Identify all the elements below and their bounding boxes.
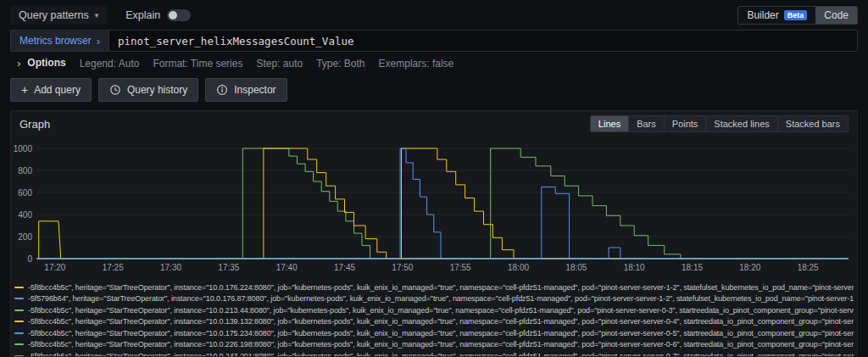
inspector-button[interactable]: Inspector [205, 78, 287, 102]
legend-label: -5f8bcc4b5c", heritage="StarTreeOperator… [28, 340, 854, 349]
timeseries-chart-container: 0200400600800100017:2017:2517:3017:3517:… [11, 133, 857, 281]
legend-label: -5f8bcc4b5c", heritage="StarTreeOperator… [28, 306, 854, 315]
y-axis-label: 0 [27, 254, 32, 264]
actions-row: + Add query Query history Inspector [10, 78, 858, 102]
y-axis-label: 400 [18, 210, 32, 220]
series-line-pinot-server-1-2-a [37, 148, 849, 259]
code-mode-button[interactable]: Code [815, 7, 857, 24]
option-summary-item: Format: Time series [153, 58, 242, 70]
code-label: Code [824, 9, 849, 21]
legend-row[interactable]: -5f8bcc4b5c", heritage="StarTreeOperator… [14, 316, 854, 328]
y-axis-label: 800 [18, 166, 32, 176]
options-summary: Legend: AutoFormat: Time seriesStep: aut… [66, 55, 454, 70]
series-line-pinot-server-server-0-5 [37, 148, 849, 259]
legend-row[interactable]: -5f5796b64", heritage="StarTreeOperator"… [14, 293, 854, 305]
option-summary-item: Exemplars: false [379, 58, 454, 70]
series-color-marker [14, 310, 24, 311]
chevron-right-icon: › [17, 57, 20, 70]
options-label: Options [27, 57, 65, 69]
options-row[interactable]: › Options Legend: AutoFormat: Time serie… [10, 54, 858, 71]
metrics-browser-button[interactable]: Metrics browser › [11, 31, 109, 51]
series-line-pinot-server-server-0-4 [37, 148, 849, 259]
x-axis-label: 17:30 [160, 263, 181, 272]
builder-mode-button[interactable]: Builder Beta [738, 7, 815, 24]
series-color-marker [14, 298, 24, 299]
explain-control: Explain [125, 9, 191, 21]
draw-mode-stacked-lines-button[interactable]: Stacked lines [706, 116, 777, 131]
draw-mode-bars-button[interactable]: Bars [629, 116, 665, 131]
chevron-down-icon: ▾ [95, 11, 99, 20]
x-axis-label: 18:10 [624, 263, 645, 272]
series-line-pinot-server-server-0-3 [37, 148, 849, 259]
x-axis-label: 17:50 [392, 263, 413, 272]
query-patterns-button[interactable]: Query patterns ▾ [10, 6, 107, 25]
legend-label: -5f8bcc4b5c", heritage="StarTreeOperator… [28, 329, 854, 337]
x-axis-label: 17:25 [103, 263, 124, 272]
timeseries-chart[interactable]: 0200400600800100017:2017:2517:3017:3517:… [13, 133, 855, 277]
query-toolbar-left: Query patterns ▾ Explain [10, 6, 191, 25]
option-summary-item: Type: Both [316, 58, 364, 70]
explain-toggle[interactable] [167, 9, 191, 21]
x-axis-label: 17:45 [334, 263, 355, 272]
x-axis-label: 17:35 [218, 263, 239, 272]
draw-mode-group: LinesBarsPointsStacked linesStacked bars [590, 115, 849, 132]
x-axis-label: 18:00 [508, 263, 529, 272]
option-summary-item: Legend: Auto [80, 58, 140, 70]
draw-mode-lines-button[interactable]: Lines [591, 116, 629, 131]
toggle-knob [169, 11, 177, 20]
add-query-button[interactable]: + Add query [10, 78, 92, 102]
legend-row[interactable]: -5f8bcc4b5c", heritage="StarTreeOperator… [14, 304, 854, 316]
plus-icon: + [21, 84, 28, 96]
add-query-label: Add query [34, 84, 81, 96]
legend: -5f8bcc4b5c", heritage="StarTreeOperator… [11, 281, 857, 356]
series-color-marker [14, 343, 24, 345]
y-axis-label: 600 [18, 188, 32, 198]
y-axis-label: 200 [18, 232, 32, 242]
y-axis-label: 1000 [14, 144, 33, 153]
legend-label: -5f8bcc4b5c", heritage="StarTreeOperator… [28, 352, 854, 356]
x-axis-label: 18:15 [682, 263, 703, 272]
legend-row[interactable]: -5f8bcc4b5c", heritage="StarTreeOperator… [14, 282, 854, 293]
graph-panel-header: Graph LinesBarsPointsStacked linesStacke… [11, 111, 857, 133]
grafana-explore-page: Query patterns ▾ Explain Builder Beta Co… [0, 0, 868, 357]
legend-label: -5f8bcc4b5c", heritage="StarTreeOperator… [28, 283, 854, 292]
history-icon [109, 84, 121, 96]
series-color-marker [14, 321, 24, 322]
metrics-browser-label: Metrics browser [19, 35, 92, 47]
x-axis-label: 17:20 [44, 263, 65, 272]
series-line-pinot-server-server-0-7 [37, 187, 849, 259]
panel-title: Graph [19, 118, 50, 131]
draw-mode-points-button[interactable]: Points [665, 116, 707, 131]
graph-panel: Graph LinesBarsPointsStacked linesStacke… [10, 110, 858, 357]
option-summary-item: Step: auto [256, 58, 303, 70]
legend-row[interactable]: -5f8bcc4b5c", heritage="StarTreeOperator… [14, 327, 854, 339]
editor-mode-switch: Builder Beta Code [737, 6, 858, 25]
x-axis-label: 18:20 [739, 263, 760, 272]
legend-row[interactable]: -5f8bcc4b5c", heritage="StarTreeOperator… [14, 350, 854, 356]
legend-row[interactable]: -5f8bcc4b5c", heritage="StarTreeOperator… [14, 339, 854, 351]
x-axis-label: 17:40 [276, 263, 298, 272]
draw-mode-stacked-bars-button[interactable]: Stacked bars [778, 116, 848, 131]
query-toolbar: Query patterns ▾ Explain Builder Beta Co… [10, 5, 858, 25]
x-axis-label: 17:55 [450, 263, 471, 272]
x-axis-label: 18:25 [798, 263, 819, 272]
builder-label: Builder [747, 9, 778, 21]
legend-label: -5f5796b64", heritage="StarTreeOperator"… [28, 294, 854, 303]
query-patterns-label: Query patterns [19, 9, 89, 21]
legend-label: -5f8bcc4b5c", heritage="StarTreeOperator… [28, 317, 854, 326]
info-circle-icon [216, 84, 228, 96]
promql-input[interactable]: pinot_server_helixMessagesCount_Value [109, 31, 857, 51]
query-history-label: Query history [127, 84, 187, 96]
series-line-pinot-server-server-0-6 [37, 148, 849, 259]
explain-label: Explain [125, 9, 160, 21]
query-editor-row: Metrics browser › pinot_server_helixMess… [10, 30, 858, 52]
inspector-label: Inspector [234, 84, 275, 96]
series-color-marker [14, 355, 24, 356]
series-color-marker [14, 332, 24, 334]
series-color-marker [14, 287, 24, 288]
beta-badge: Beta [784, 10, 808, 20]
x-axis-label: 18:05 [565, 263, 587, 272]
query-history-button[interactable]: Query history [98, 78, 198, 102]
chevron-right-icon: › [97, 35, 100, 47]
